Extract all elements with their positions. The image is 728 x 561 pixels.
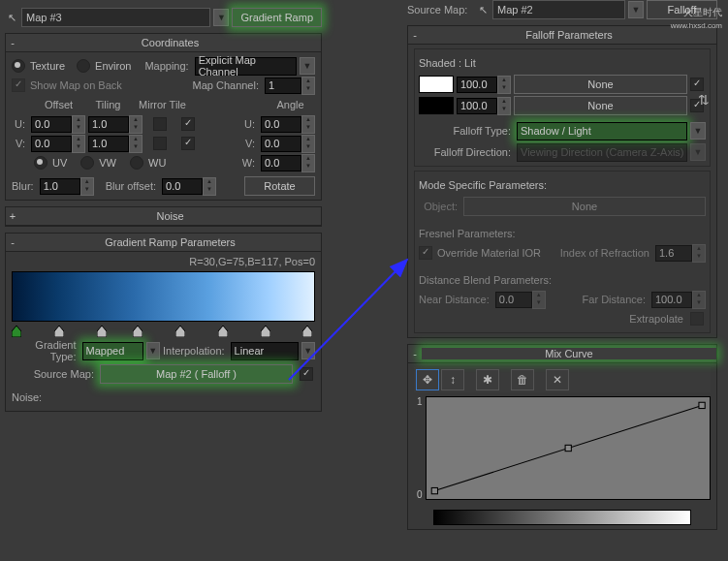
u-tiling-spinner[interactable]: ▲▼ [129,115,142,134]
near-distance-spinner: ▲▼ [532,291,546,309]
swatch-1-value[interactable]: 100.0 [457,77,497,93]
extrapolate-check [690,312,704,326]
v-tile-check[interactable] [181,137,195,150]
gradient-stop[interactable] [302,326,312,337]
svg-rect-10 [431,487,437,493]
vw-radio[interactable] [80,156,94,170]
mapping-dd-icon[interactable]: ▼ [300,57,315,75]
v-tiling-input[interactable]: 1.0 [88,136,129,152]
map-dd-icon[interactable]: ▼ [213,9,229,26]
w-angle-label: W: [241,157,258,169]
v-offset-spinner[interactable]: ▲▼ [72,135,85,153]
pick-icon[interactable]: ↖ [5,12,18,24]
gradient-stop[interactable] [218,326,228,337]
gradient-type-dd-icon[interactable]: ▼ [146,342,160,359]
gradient-ramp-button[interactable]: Gradient Ramp [232,8,322,27]
watermark: 火星时代www.hxsd.com [671,6,722,30]
falloff-type-dropdown[interactable]: Shadow / Light [517,122,687,140]
blur-offset-input[interactable]: 0.0 [162,178,203,195]
u-angle-input[interactable]: 0.0 [261,116,301,133]
svg-rect-12 [699,402,705,408]
swatch-1-spinner[interactable]: ▲▼ [497,76,511,94]
gradient-stop[interactable] [261,326,270,337]
mirror-tile-header: Mirror Tile [136,99,192,110]
override-ior-check [419,246,432,260]
swap-icon[interactable]: ⇅ [698,92,710,108]
map-channel-input[interactable]: 1 [265,78,301,94]
reset-curve-icon[interactable]: ✕ [546,369,569,390]
gradient-stop[interactable] [175,326,185,337]
swatch-2-map-button[interactable]: None [514,96,687,115]
environ-radio[interactable] [77,59,90,73]
coordinates-header[interactable]: -Coordinates [6,34,321,52]
source-map-dd-icon[interactable]: ▼ [628,1,644,18]
color-readout: R=30,G=75,B=117, Pos=0 [12,256,315,267]
interpolation-dd-icon[interactable]: ▼ [301,342,315,359]
gradient-type-dropdown[interactable]: Mapped [82,342,143,360]
tiling-header: Tiling [86,99,133,110]
swatch-2-spinner[interactable]: ▲▼ [497,97,511,115]
v-angle-spinner[interactable]: ▲▼ [301,135,315,153]
move-tool-icon[interactable]: ✥ [416,369,439,390]
svg-marker-1 [54,326,64,337]
u-tile-check[interactable] [181,117,195,131]
curve-y-min: 0 [417,489,423,500]
gradient-stop[interactable] [133,326,142,337]
u-offset-spinner[interactable]: ▲▼ [72,115,85,134]
fresnel-header: Fresnel Parameters: [419,228,516,239]
gradient-preview[interactable] [12,271,315,322]
gradient-track[interactable] [12,326,315,337]
source-map-check-left[interactable] [300,367,313,381]
texture-radio[interactable] [12,59,25,73]
v-mirror-check[interactable] [153,137,167,150]
gradient-stop[interactable] [12,326,21,337]
swatch-1-check[interactable] [690,78,704,91]
curve-output-gradient [433,510,691,525]
source-map-label-left: Source Map: [12,368,97,380]
svg-marker-7 [302,326,312,337]
source-map-label-right: Source Map: [407,4,473,16]
v-angle-input[interactable]: 0.0 [261,136,301,152]
swatch-2-value[interactable]: 100.0 [457,98,497,114]
curve-toolbar: ✥ ↕ ✱ 🗑 ✕ [414,367,711,392]
w-angle-input[interactable]: 0.0 [261,155,301,171]
rotate-button[interactable]: Rotate [244,176,315,196]
map-name-field[interactable]: Map #3 [21,8,210,27]
blur-input[interactable]: 1.0 [40,178,80,195]
map-channel-spinner[interactable]: ▲▼ [301,77,315,95]
interpolation-dropdown[interactable]: Linear [231,342,299,360]
v-offset-input[interactable]: 0.0 [31,136,72,152]
v-tiling-spinner[interactable]: ▲▼ [129,135,142,153]
add-point-icon[interactable]: ✱ [476,369,499,390]
w-angle-spinner[interactable]: ▲▼ [301,154,315,172]
blur-offset-spinner[interactable]: ▲▼ [203,177,216,196]
wu-radio[interactable] [130,156,143,170]
curve-editor[interactable] [426,396,711,500]
u-mirror-check[interactable] [153,117,167,131]
swatch-2[interactable] [419,97,454,114]
falloff-type-dd-icon[interactable]: ▼ [690,122,706,140]
swatch-1-map-button[interactable]: None [514,75,687,94]
source-map-field-right[interactable]: Map #2 [492,0,625,19]
u-tiling-input[interactable]: 1.0 [88,116,129,133]
mix-curve-header[interactable]: -Mix Curve [408,345,716,363]
mix-curve-rollout: -Mix Curve ✥ ↕ ✱ 🗑 ✕ 1 0 [407,344,717,530]
svg-marker-6 [261,326,270,337]
blur-spinner[interactable]: ▲▼ [80,177,94,196]
noise-header[interactable]: +Noise [6,207,321,226]
gradient-ramp-header[interactable]: -Gradient Ramp Parameters [6,234,321,252]
u-angle-spinner[interactable]: ▲▼ [301,115,315,134]
pick-icon[interactable]: ↖ [476,4,490,16]
far-distance-input: 100.0 [651,292,692,308]
delete-point-icon[interactable]: 🗑 [511,369,534,390]
gradient-stop[interactable] [97,326,107,337]
mapping-dropdown[interactable]: Explicit Map Channel [195,57,297,76]
source-map-button-left[interactable]: Map #2 ( Falloff ) [100,364,293,384]
uv-radio[interactable] [34,156,47,170]
scale-tool-icon[interactable]: ↕ [441,369,464,390]
u-offset-input[interactable]: 0.0 [31,116,72,133]
map-channel-label: Map Channel: [193,79,263,91]
gradient-stop[interactable] [54,326,64,337]
swatch-1[interactable] [419,76,454,93]
falloff-direction-dropdown: Viewing Direction (Camera Z-Axis) [517,143,687,162]
